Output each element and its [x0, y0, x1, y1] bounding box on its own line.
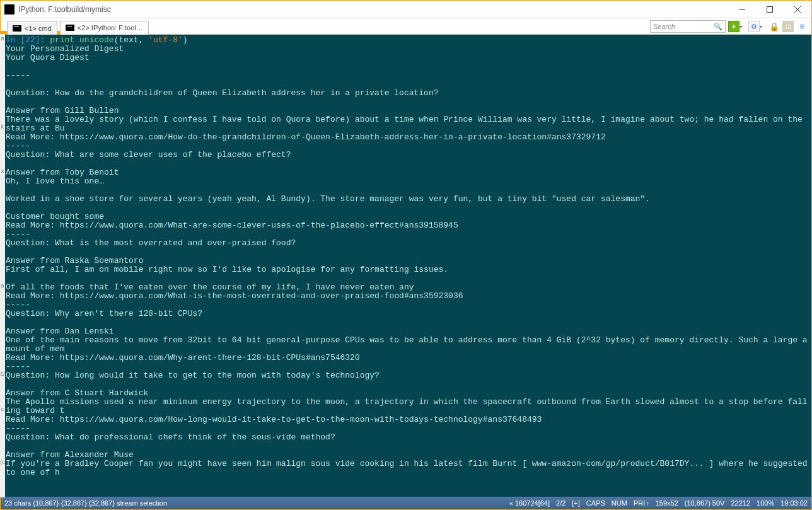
gutter-char: [0, 290, 5, 299]
output-line: Worked in a shoe store for several years…: [6, 195, 811, 204]
output-line: Answer from Toby Benoit: [6, 168, 811, 177]
status-bar: 23 chars {10,867}-{32,867}:{32,867} stre…: [1, 497, 811, 509]
output-line: [6, 186, 811, 195]
terminal-output[interactable]: In [22]: print unicode(text, 'utf-8')You…: [1, 35, 811, 497]
gutter-char: [0, 316, 5, 325]
window-titlebar: IPython: F:toolbuild/mymisc: [1, 1, 811, 18]
status-page: 2/2: [556, 499, 566, 507]
status-caps: CAPS: [586, 499, 605, 507]
gutter-char: [0, 361, 5, 369]
minimize-icon: [739, 6, 745, 13]
output-line: Your Personalized Digest: [6, 45, 811, 54]
output-line: Question: How long would it take to get …: [6, 371, 811, 380]
gutter-char: [0, 299, 5, 308]
gutter-char: (c: [0, 458, 5, 467]
terminal-icon: [13, 25, 21, 32]
status-pri: PRI↕: [634, 499, 649, 507]
output-line: -----: [6, 362, 811, 371]
new-tab-button[interactable]: +: [728, 21, 740, 32]
output-line: Read More: https://www.quora.com/What-is…: [6, 292, 811, 301]
status-pos: (10,867) 50V: [685, 499, 725, 507]
gutter-char: [0, 175, 5, 184]
output-line: There was a lovely story (which I confes…: [6, 115, 811, 133]
output-line: Customer bought some: [6, 212, 811, 221]
status-size: 159x52: [656, 499, 678, 507]
left-gutter: n k x a D c (c: [0, 34, 5, 497]
gutter-char: [0, 211, 5, 219]
status-selection: 23 chars {10,867}-{32,867}:{32,867} stre…: [4, 499, 167, 507]
lock-button[interactable]: 🔒: [768, 21, 780, 32]
output-line: Read More: https://www.quora.com/How-do-…: [6, 133, 811, 142]
settings-button[interactable]: ⚙: [748, 21, 760, 32]
gutter-char: [0, 69, 5, 78]
output-line: Answer from Dan Lenski: [6, 327, 811, 336]
menu-button[interactable]: ≡: [796, 21, 808, 32]
output-line: [6, 204, 811, 212]
output-line: [6, 442, 811, 451]
output-line: Read More: https://www.quora.com/Why-are…: [6, 354, 811, 362]
new-tab-dropdown[interactable]: ▾: [740, 24, 746, 30]
output-line: [6, 80, 811, 89]
gutter-char: [0, 387, 5, 396]
gutter-char: a: [0, 281, 5, 290]
output-line: Read More: https://www.quora.com/What-ar…: [6, 221, 811, 230]
output-line: -----: [6, 142, 811, 151]
status-num: NUM: [612, 499, 627, 507]
tab-label: <2> IPython: F:tool…: [78, 24, 143, 32]
output-line: -----: [6, 71, 811, 80]
settings-dropdown[interactable]: ▾: [760, 24, 766, 30]
gutter-char: [0, 43, 5, 52]
gutter-char: [0, 184, 5, 193]
gutter-char: [0, 431, 5, 440]
output-line: -----: [6, 301, 811, 310]
output-line: [6, 318, 811, 327]
svg-rect-1: [767, 6, 773, 12]
gutter-char: [0, 149, 5, 158]
gutter-char: [0, 228, 5, 237]
search-input[interactable]: Search 🔍: [650, 20, 726, 33]
status-zoom: 100%: [757, 499, 774, 507]
output-line: Question: What is the most overrated and…: [6, 239, 811, 248]
gutter-char: [0, 396, 5, 405]
output-line: [6, 248, 811, 257]
gutter-char: [0, 113, 5, 122]
status-plus: [+]: [572, 499, 580, 507]
output-line: [6, 62, 811, 71]
tab-ipython[interactable]: <2> IPython: F:tool…: [60, 21, 149, 35]
gutter-char: [0, 264, 5, 272]
gutter-char: [0, 440, 5, 449]
output-line: Read More: https://www.quora.com/How-lon…: [6, 415, 811, 424]
output-line: Question: Why aren't there 128-bit CPUs?: [6, 310, 811, 318]
gutter-char: [0, 105, 5, 113]
search-placeholder: Search: [653, 23, 675, 30]
gutter-char: [0, 334, 5, 343]
tab-label: <1> cmd: [25, 25, 52, 32]
output-line: Question: What are some clever uses of t…: [6, 151, 811, 159]
gutter-char: [0, 246, 5, 255]
tab-cmd[interactable]: <1> cmd: [7, 21, 57, 35]
gutter-char: [0, 96, 5, 105]
gutter-char: x: [0, 166, 5, 175]
minimize-button[interactable]: [728, 1, 756, 18]
gutter-char: [0, 237, 5, 246]
output-line: -----: [6, 230, 811, 239]
gutter-char: [0, 78, 5, 87]
layout-button[interactable]: ◫: [782, 21, 794, 32]
maximize-button[interactable]: [756, 1, 784, 18]
status-time: 19:03:02: [780, 499, 808, 507]
gutter-char: n: [0, 34, 5, 43]
output-line: Question: How do the grandchildren of Qu…: [6, 89, 811, 98]
output-line: -----: [6, 424, 811, 433]
gutter-char: [0, 449, 5, 458]
close-button[interactable]: [784, 1, 811, 18]
gutter-char: [0, 193, 5, 202]
prompt-line: In [22]: print unicode(text, 'utf-8'): [6, 36, 811, 45]
output-line: [6, 274, 811, 283]
output-line: Your Quora Digest: [6, 54, 811, 62]
gutter-char: [0, 202, 5, 211]
toolbar-right: Search 🔍 + ▾ ⚙ ▾ 🔒 ◫ ≡: [650, 20, 811, 34]
output-line: Answer from Alexander Muse: [6, 451, 811, 460]
gutter-char: [0, 325, 5, 334]
gutter-char: [0, 378, 5, 387]
output-line: First of all, I am on mobile right now s…: [6, 265, 811, 274]
